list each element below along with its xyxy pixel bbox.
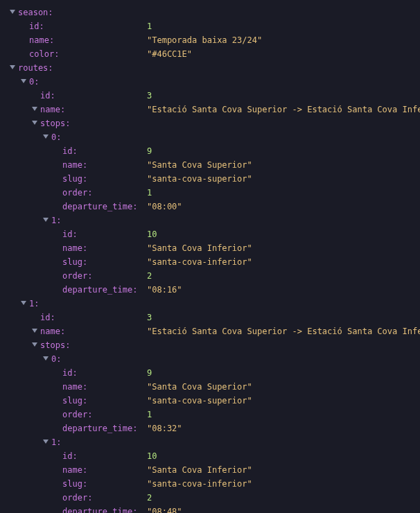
tree-key: name (62, 241, 87, 255)
tree-row[interactable]: name"Santa Cova Superior" (8, 158, 412, 172)
tree-value: 2 (147, 269, 152, 283)
tree-row[interactable]: slug"santa-cova-superior" (8, 394, 412, 408)
tree-row[interactable]: order2 (8, 269, 412, 283)
tree-row[interactable]: name"Estació Santa Cova Superior -> Esta… (8, 103, 412, 116)
tree-key: departure_time (62, 283, 137, 297)
tree-row[interactable]: name"Santa Cova Inferior" (8, 463, 412, 477)
expand-toggle-icon[interactable] (8, 64, 17, 72)
tree-key: id (40, 89, 55, 103)
tree-key: 1 (51, 214, 61, 227)
tree-value: "santa-cova-inferior" (147, 477, 252, 491)
tree-key: season (18, 6, 53, 19)
expand-toggle-icon[interactable] (8, 8, 17, 17)
tree-key: name (29, 33, 54, 47)
tree-row[interactable]: id9 (8, 366, 412, 380)
tree-row[interactable]: 1 (8, 435, 412, 449)
json-tree: seasonid1name"Temporada baixa 23/24"colo… (8, 6, 412, 513)
tree-value: "santa-cova-inferior" (147, 255, 252, 269)
tree-value: 1 (147, 408, 152, 421)
tree-value: "santa-cova-superior" (147, 172, 252, 186)
tree-row[interactable]: departure_time"08:48" (8, 505, 412, 513)
tree-value: "Temporada baixa 23/24" (147, 33, 262, 47)
tree-value: 9 (147, 144, 152, 158)
tree-value: 9 (147, 366, 152, 380)
tree-row[interactable]: 0 (8, 352, 412, 366)
tree-key: routes (18, 61, 53, 75)
tree-row[interactable]: color"#46CC1E" (8, 47, 412, 61)
tree-row[interactable]: order1 (8, 408, 412, 421)
tree-key: stops (40, 116, 70, 130)
tree-value: 1 (147, 19, 152, 33)
tree-row[interactable]: id10 (8, 449, 412, 463)
tree-row[interactable]: departure_time"08:16" (8, 283, 412, 297)
tree-key: color (29, 47, 59, 61)
tree-value: "Santa Cova Inferior" (147, 463, 252, 477)
tree-key: slug (62, 477, 87, 491)
tree-key: departure_time (62, 505, 137, 513)
tree-key: 1 (29, 297, 39, 311)
tree-row[interactable]: name"Santa Cova Superior" (8, 380, 412, 394)
tree-row[interactable]: slug"santa-cova-inferior" (8, 255, 412, 269)
tree-key: 0 (51, 130, 61, 144)
expand-toggle-icon[interactable] (30, 105, 39, 114)
expand-toggle-icon[interactable] (42, 133, 50, 141)
tree-key: slug (62, 172, 87, 186)
tree-row[interactable]: id1 (8, 19, 412, 33)
tree-value: 3 (147, 89, 152, 103)
tree-key: order (62, 269, 92, 283)
tree-key: name (40, 103, 65, 116)
tree-key: name (62, 380, 87, 394)
tree-key: departure_time (62, 421, 137, 435)
tree-value: "Estació Santa Cova Superior -> Estació … (147, 103, 420, 116)
tree-row[interactable]: stops (8, 338, 412, 352)
tree-key: id (62, 144, 78, 158)
expand-toggle-icon[interactable] (42, 438, 50, 446)
tree-value: 3 (147, 311, 152, 324)
tree-value: "Santa Cova Inferior" (147, 241, 252, 255)
tree-row[interactable]: departure_time"08:00" (8, 200, 412, 214)
expand-toggle-icon[interactable] (19, 78, 28, 86)
tree-row[interactable]: id3 (8, 311, 412, 324)
tree-row[interactable]: 1 (8, 214, 412, 227)
tree-row[interactable]: name"Santa Cova Inferior" (8, 241, 412, 255)
expand-toggle-icon[interactable] (19, 299, 28, 308)
tree-row[interactable]: stops (8, 116, 412, 130)
tree-row[interactable]: routes (8, 61, 412, 75)
tree-key: name (62, 463, 87, 477)
tree-value: "Santa Cova Superior" (147, 380, 252, 394)
tree-key: order (62, 491, 92, 505)
tree-value: "08:32" (147, 421, 182, 435)
tree-key: 0 (29, 75, 39, 89)
tree-value: "08:16" (147, 283, 182, 297)
tree-row[interactable]: id10 (8, 227, 412, 241)
tree-value: 10 (147, 449, 157, 463)
expand-toggle-icon[interactable] (30, 327, 39, 336)
tree-row[interactable]: name"Temporada baixa 23/24" (8, 33, 412, 47)
tree-row[interactable]: departure_time"08:32" (8, 421, 412, 435)
tree-row[interactable]: slug"santa-cova-inferior" (8, 477, 412, 491)
tree-value: 1 (147, 186, 152, 200)
tree-row[interactable]: id9 (8, 144, 412, 158)
tree-key: id (62, 449, 78, 463)
tree-value: "Estació Santa Cova Superior -> Estació … (147, 324, 420, 338)
expand-toggle-icon[interactable] (42, 216, 50, 225)
tree-value: "#46CC1E" (147, 47, 192, 61)
tree-row[interactable]: 0 (8, 130, 412, 144)
expand-toggle-icon[interactable] (30, 119, 39, 128)
tree-row[interactable]: season (8, 6, 412, 19)
tree-key: slug (62, 394, 87, 408)
tree-row[interactable]: id3 (8, 89, 412, 103)
tree-row[interactable]: order2 (8, 491, 412, 505)
tree-key: name (40, 324, 65, 338)
tree-row[interactable]: order1 (8, 186, 412, 200)
tree-row[interactable]: 0 (8, 75, 412, 89)
tree-key: order (62, 186, 92, 200)
tree-row[interactable]: name"Estació Santa Cova Superior -> Esta… (8, 324, 412, 338)
tree-row[interactable]: slug"santa-cova-superior" (8, 172, 412, 186)
expand-toggle-icon[interactable] (30, 341, 39, 349)
tree-row[interactable]: 1 (8, 297, 412, 311)
tree-key: id (62, 227, 78, 241)
expand-toggle-icon[interactable] (42, 355, 50, 363)
tree-key: order (62, 408, 92, 421)
tree-value: "08:48" (147, 505, 182, 513)
